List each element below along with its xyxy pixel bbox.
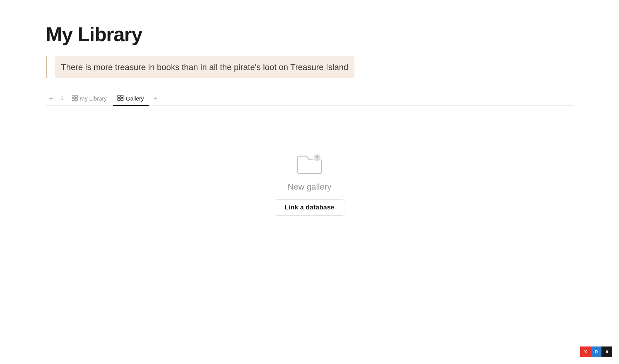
tabs-container: + ⠿ My Library — [46, 92, 573, 106]
page-title: My Library — [46, 23, 573, 46]
xda-logo-d: D — [591, 346, 601, 357]
tab-gallery[interactable]: Gallery — [113, 92, 149, 106]
svg-rect-7 — [121, 98, 123, 101]
add-tab-left-button[interactable]: + — [46, 93, 56, 104]
xda-watermark: X D A — [580, 346, 612, 357]
empty-gallery-icon: ? — [296, 152, 323, 174]
add-tab-right-button[interactable]: + — [151, 94, 160, 103]
tab-my-library[interactable]: My Library — [67, 92, 111, 106]
svg-rect-2 — [72, 98, 74, 101]
link-database-button[interactable]: Link a database — [274, 200, 346, 216]
tab-gallery-label: Gallery — [126, 95, 144, 102]
tab-drag-handle: ⠿ — [58, 93, 66, 104]
svg-rect-4 — [118, 95, 120, 97]
svg-rect-6 — [118, 98, 120, 101]
quote-text: There is more treasure in books than in … — [55, 56, 354, 78]
svg-rect-3 — [75, 98, 77, 101]
empty-state-label: New gallery — [288, 182, 332, 192]
quote-block: There is more treasure in books than in … — [46, 56, 573, 78]
svg-rect-1 — [75, 95, 77, 97]
tab-my-library-label: My Library — [80, 95, 107, 102]
svg-rect-0 — [72, 95, 74, 97]
table-icon — [72, 95, 78, 102]
quote-bar — [46, 56, 47, 78]
xda-logo-r: X — [580, 346, 591, 357]
svg-text:?: ? — [316, 155, 319, 161]
xda-logo-a: A — [601, 346, 612, 357]
svg-rect-5 — [121, 95, 123, 97]
empty-state: ? New gallery Link a database — [46, 152, 573, 216]
gallery-icon — [117, 95, 123, 102]
